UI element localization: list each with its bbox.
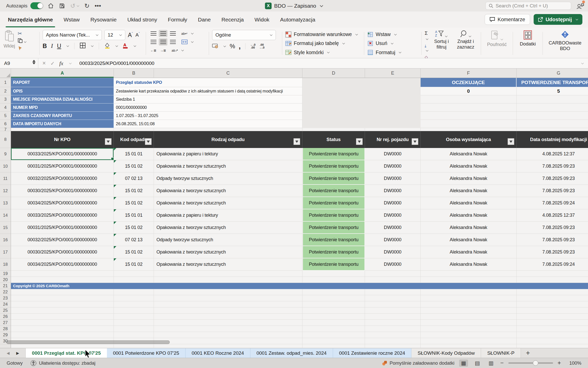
underline-button[interactable]: U: [57, 43, 61, 50]
grid-cell-G4[interactable]: [517, 103, 588, 112]
grid-cell-C25[interactable]: [154, 307, 302, 314]
cell-data-18[interactable]: 7.08.2025 09:24: [517, 258, 588, 271]
cell-osoba-18[interactable]: Aleksandra Nowak: [421, 258, 517, 271]
cell-pojazd-10[interactable]: DW0000: [365, 160, 421, 172]
format-as-table-button[interactable]: Formatuj jako tabelę: [285, 39, 361, 48]
grid-cell-C27[interactable]: [154, 320, 302, 326]
cell-status-17[interactable]: Potwierdzenie transportu: [302, 246, 365, 258]
grid-cell-C23[interactable]: [154, 295, 302, 301]
align-bottom-icon[interactable]: [168, 30, 177, 37]
font-color-icon[interactable]: A: [122, 42, 128, 50]
cell-data-11[interactable]: 7.08.2025 09:23: [517, 172, 588, 185]
zoom-slider[interactable]: [508, 362, 553, 364]
row-header-8[interactable]: 8: [0, 131, 11, 148]
column-header-C[interactable]: C: [154, 68, 302, 78]
cell-data-12[interactable]: 7.08.2025 09:23: [517, 185, 588, 197]
grid-cell-B23[interactable]: [114, 295, 154, 301]
row-header-11[interactable]: 11: [0, 172, 11, 185]
grid-cell-G22[interactable]: [517, 289, 588, 295]
fill-icon[interactable]: ⤓: [425, 44, 430, 53]
cell-kod-18[interactable]: 15 01 02: [114, 258, 154, 271]
cell-kpo-11[interactable]: 00032/2025/KPO/0001/000000000: [11, 172, 114, 185]
cell-kod-10[interactable]: 15 01 02: [114, 160, 154, 172]
grid-cell-B20[interactable]: [114, 277, 154, 283]
cell-kod-13[interactable]: 15 01 02: [114, 197, 154, 209]
cell-data-15[interactable]: 7.08.2025 09:23: [517, 222, 588, 234]
filter-button-C[interactable]: [293, 138, 300, 145]
cell-pojazd-12[interactable]: DW0000: [365, 185, 421, 197]
add-sheet-button[interactable]: +: [521, 348, 535, 358]
grid-cell-F29[interactable]: [421, 332, 517, 338]
grid-cell-E30[interactable]: [365, 338, 421, 344]
zoom-out-button[interactable]: −: [500, 360, 504, 366]
row-header-14[interactable]: 14: [0, 209, 11, 222]
grid-cell-C7[interactable]: [154, 128, 302, 131]
grid-cell-G24[interactable]: [517, 301, 588, 307]
cell-kpo-12[interactable]: 00030/2025/KPO/0001/000000000: [11, 185, 114, 197]
sheet-tab-słownik-p[interactable]: SŁOWNIK-P: [481, 348, 521, 358]
row-header-29[interactable]: 29: [0, 332, 11, 338]
table-header-E[interactable]: Nr rej. pojazdu: [365, 131, 421, 148]
cell-osoba-11[interactable]: Aleksandra Nowak: [421, 172, 517, 185]
search-input[interactable]: Search (Cmd + Ctrl + U): [485, 2, 571, 10]
ribbon-tab-dane[interactable]: Dane: [192, 12, 216, 28]
row-header-13[interactable]: 13: [0, 197, 11, 209]
cell-rodzaj-15[interactable]: Opakowania z tworzyw sztucznych: [154, 222, 302, 234]
grid-cell-C24[interactable]: [154, 301, 302, 307]
format-painter-icon[interactable]: [18, 46, 27, 52]
grid-cell-A25[interactable]: [11, 307, 114, 314]
grid-cell-A20[interactable]: [11, 277, 114, 283]
presence-people-icon[interactable]: [576, 2, 584, 10]
font-size-select[interactable]: 12: [104, 30, 125, 40]
cell-data-16[interactable]: 7.08.2025 09:23: [517, 234, 588, 246]
comma-format-icon[interactable]: ,: [239, 44, 241, 48]
grid-cell-A27[interactable]: [11, 320, 114, 326]
cell-data-14[interactable]: 4.08.2025 12:37: [517, 209, 588, 222]
grid-cell-E22[interactable]: [365, 289, 421, 295]
row-header-21[interactable]: 21: [0, 283, 11, 289]
info-label-6[interactable]: DATA IMPORTU DANYCH: [11, 120, 114, 128]
grid-cell-D27[interactable]: [302, 320, 365, 326]
grid-cell-F28[interactable]: [421, 326, 517, 332]
grid-cell-G29[interactable]: [517, 332, 588, 338]
filter-button-B[interactable]: [145, 138, 152, 145]
grid-cell-B29[interactable]: [114, 332, 154, 338]
cell-kpo-18[interactable]: 00034/2025/KPO/0001/000000000: [11, 258, 114, 271]
sensitivity-button[interactable]: Poufność: [487, 30, 507, 47]
grid-cell-31[interactable]: [302, 344, 365, 348]
info-value-2[interactable]: Zestawienie kart przekazania odpadów z i…: [114, 87, 302, 95]
increase-indent-icon[interactable]: →≣: [159, 47, 167, 54]
paste-button[interactable]: Wklej: [4, 30, 15, 52]
cell-rodzaj-9[interactable]: Opakowania z papieru i tektury: [154, 148, 302, 160]
cell-styles-button[interactable]: Style komórki: [285, 48, 361, 57]
cell-kod-15[interactable]: 15 01 02: [114, 222, 154, 234]
grid-cell-E19[interactable]: [365, 271, 421, 277]
cell-data-10[interactable]: 7.08.2025 09:23: [517, 160, 588, 172]
prev-sheet-arrow[interactable]: ◀: [7, 351, 10, 355]
info-label-5[interactable]: ZAKRES CZASOWY RAPORTU: [11, 112, 114, 120]
table-header-C[interactable]: Rodzaj odpadu: [154, 131, 302, 148]
grid-cell-31[interactable]: [114, 344, 154, 348]
more-commands-icon[interactable]: •••: [95, 2, 101, 9]
addins-button[interactable]: Dodatki: [520, 30, 536, 47]
ribbon-tab-rysowanie[interactable]: Rysowanie: [85, 12, 122, 28]
row-header-3[interactable]: 3: [0, 95, 11, 103]
share-button[interactable]: Udostępnij: [534, 14, 582, 25]
info-label-2[interactable]: OPIS: [11, 87, 114, 95]
grid-cell-E24[interactable]: [365, 301, 421, 307]
cell-kod-12[interactable]: 15 01 02: [114, 185, 154, 197]
grid-cell-F27[interactable]: [421, 320, 517, 326]
italic-button[interactable]: I: [51, 43, 53, 49]
cell-status-15[interactable]: Potwierdzenie transportu: [302, 222, 365, 234]
column-header-E[interactable]: E: [365, 68, 421, 78]
sheet-tab-słownik-kody-odpadów[interactable]: SŁOWNIK-Kody Odpadów: [411, 348, 481, 358]
grid-cell-G7[interactable]: [517, 128, 588, 131]
cell-rodzaj-12[interactable]: Opakowania z tworzyw sztucznych: [154, 185, 302, 197]
cancel-icon[interactable]: ×: [42, 60, 46, 67]
page-break-view-icon[interactable]: ▥: [486, 360, 496, 367]
filter-button-E[interactable]: [412, 138, 418, 145]
name-box-stepper[interactable]: [32, 60, 35, 64]
align-center-icon[interactable]: [159, 38, 167, 45]
cell-status-12[interactable]: Potwierdzenie transportu: [302, 185, 365, 197]
comments-button[interactable]: Komentarze: [485, 14, 530, 25]
